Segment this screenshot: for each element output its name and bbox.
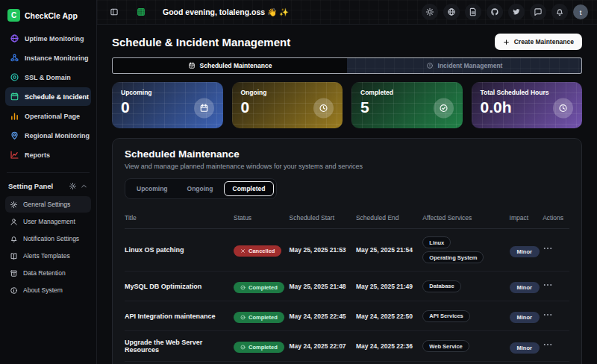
row-actions-button[interactable] <box>543 339 553 350</box>
github-button[interactable] <box>487 4 503 20</box>
map-pin-icon <box>10 131 19 140</box>
settings-item-alerts-templates[interactable]: Alerts Templates <box>5 248 91 264</box>
setting-panel-header[interactable]: Setting Panel <box>5 181 91 196</box>
table-row: API Integration maintenanceCompletedMay … <box>125 301 569 331</box>
sun-button[interactable] <box>422 4 438 20</box>
sidebar-item-reports[interactable]: Reports <box>5 145 91 164</box>
create-maintenance-button[interactable]: Create Maintenance <box>495 34 582 50</box>
settings-item-data-retention[interactable]: Data Retention <box>5 265 91 281</box>
cell-title: Upgrade the Web Server Resources <box>125 331 234 361</box>
service-tag: API Services <box>422 310 469 322</box>
document-button[interactable] <box>465 4 481 20</box>
impact-badge: Minor <box>510 246 540 257</box>
cell-actions <box>543 236 569 264</box>
plus-icon <box>503 39 510 46</box>
sidebar-item-schedule-incident[interactable]: Schedule & Incident <box>5 87 91 106</box>
settings-item-label: About System <box>23 286 63 294</box>
filter-upcoming[interactable]: Upcoming <box>128 181 177 196</box>
sidebar-item-operational-page[interactable]: Operational Page <box>5 107 91 125</box>
table-row: Linux OS patchingCancelledMay 25, 2025 2… <box>125 229 569 272</box>
topbar: Good evening, tolaleng.oss 👋 ✨ t <box>97 0 597 25</box>
sidebar-divider <box>7 172 90 173</box>
line-chart-icon <box>10 150 19 160</box>
tab-label: Scheduled Maintenance <box>200 62 272 69</box>
main-content: Schedule & Incident Management Create Ma… <box>97 25 597 364</box>
sidebar-item-regional-monitoring[interactable]: Regional Monitoring <box>5 126 91 145</box>
sun-icon <box>425 7 434 16</box>
sidebar-item-label: Regional Monitoring <box>25 132 90 139</box>
sidebar-item-ssl-domain[interactable]: SSL & Domain <box>5 68 91 87</box>
sidebar-item-uptime-monitoring[interactable]: Uptime Monitoring <box>5 29 91 48</box>
panel-toggle-icon <box>110 7 119 16</box>
setting-panel-label: Setting Panel <box>8 182 53 190</box>
cell-affected-services: Database <box>422 273 509 300</box>
filter-completed[interactable]: Completed <box>224 181 275 196</box>
sidebar-item-label: Operational Page <box>25 113 80 120</box>
cell-scheduled-start: May 25, 2025 21:48 <box>290 275 356 298</box>
row-actions-button[interactable] <box>543 280 553 290</box>
stat-label: Upcoming <box>121 89 214 96</box>
cell-affected-services: API Services <box>422 303 509 330</box>
chevron-up-icon <box>80 182 88 190</box>
cell-affected-services: LinuxOperating System <box>422 229 509 271</box>
bell-button[interactable] <box>551 4 568 20</box>
gear-icon <box>69 182 77 190</box>
cell-scheduled-start: May 25, 2025 21:53 <box>290 239 356 261</box>
status-label: Completed <box>249 344 278 351</box>
bell-icon <box>555 7 564 16</box>
topbar-right: t <box>422 4 588 20</box>
service-tags: LinuxOperating System <box>422 236 509 263</box>
sidebar-item-label: Reports <box>25 151 50 159</box>
settings-item-label: Notification Settings <box>23 235 79 242</box>
column-header-title: Title <box>125 209 234 228</box>
grid-icon <box>137 7 146 16</box>
bell-icon <box>10 235 18 243</box>
sidebar-item-instance-monitoring[interactable]: Instance Monitoring <box>5 48 91 67</box>
column-header-impact: Impact <box>510 209 543 228</box>
row-actions-button[interactable] <box>543 310 553 320</box>
alert-circle-icon <box>426 62 434 69</box>
stat-card-upcoming: Upcoming0 <box>112 82 223 128</box>
cell-impact: Minor <box>510 272 543 301</box>
panel-toggle-button[interactable] <box>106 4 122 20</box>
settings-item-label: General Settings <box>23 201 70 208</box>
tab-scheduled-maintenance[interactable]: Scheduled Maintenance <box>113 58 347 73</box>
cell-status: Completed <box>234 332 290 360</box>
cell-impact: Minor <box>510 236 543 265</box>
sidebar-nav: Uptime MonitoringInstance MonitoringSSL … <box>5 29 91 165</box>
twitter-button[interactable] <box>508 4 525 20</box>
tab-incident-management[interactable]: Incident Management <box>347 58 581 73</box>
calendar-icon <box>199 104 209 113</box>
calendar-icon <box>10 92 19 101</box>
grid-button[interactable] <box>133 4 149 20</box>
settings-item-label: Alerts Templates <box>23 252 70 260</box>
panel-subtitle: View and manage planned maintenance wind… <box>125 163 569 170</box>
clock-icon <box>558 104 568 113</box>
stat-icon-badge <box>194 98 214 119</box>
service-tag: Operating System <box>422 251 484 263</box>
cell-actions <box>543 272 569 301</box>
stat-label: Ongoing <box>241 89 334 96</box>
page-title: Schedule & Incident Management <box>112 36 290 48</box>
check-icon <box>240 345 246 350</box>
settings-item-about-system[interactable]: About System <box>5 282 91 298</box>
impact-badge: Minor <box>510 342 540 354</box>
stat-icon-badge <box>553 98 573 119</box>
language-globe-button[interactable] <box>443 4 460 20</box>
settings-item-general-settings[interactable]: General Settings <box>5 196 91 213</box>
settings-item-notification-settings[interactable]: Notification Settings <box>5 230 91 247</box>
filter-tabs: UpcomingOngoingCompleted <box>125 178 277 199</box>
cell-actions <box>543 302 569 330</box>
app-title: CheckCle App <box>25 11 78 20</box>
stat-label: Completed <box>360 89 454 96</box>
user-icon <box>10 218 18 226</box>
settings-item-user-management[interactable]: User Management <box>5 213 91 230</box>
chat-button[interactable] <box>530 4 546 20</box>
service-tags: Web Service <box>422 340 509 352</box>
filter-ongoing[interactable]: Ongoing <box>178 181 222 196</box>
avatar[interactable]: t <box>573 4 588 19</box>
stat-card-total-scheduled-hours: Total Scheduled Hours0.0h <box>472 82 583 128</box>
row-actions-button[interactable] <box>543 243 553 254</box>
book-icon <box>10 252 18 260</box>
greeting-text: Good evening, tolaleng.oss 👋 ✨ <box>163 7 289 17</box>
